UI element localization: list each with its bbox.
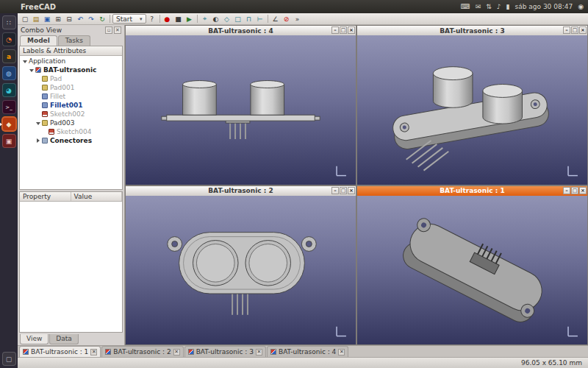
value-column-header[interactable]: Value [71, 192, 123, 201]
doc-tab-1[interactable]: BAT-ultrasonic : 1 ✕ [19, 346, 101, 357]
maximize-button[interactable]: □ [340, 26, 347, 34]
tree-item-pad[interactable]: Pad [20, 74, 122, 83]
clock[interactable]: sáb ago 30 08:47 [515, 3, 573, 10]
mdi-window-titlebar[interactable]: BAT-ultrasonic : 3 – □ × [357, 26, 587, 35]
expander-icon[interactable] [35, 138, 42, 144]
enclosure-model-iso[interactable] [398, 213, 551, 327]
viewport-top-enclosure[interactable] [126, 196, 356, 345]
maximize-button[interactable]: □ [571, 26, 578, 34]
doc-tab-3[interactable]: BAT-ultrasonic : 3 ✕ [184, 346, 266, 357]
tree-item-bat-ultrasonic[interactable]: BAT-ultrasonic [20, 66, 122, 74]
close-tab-icon[interactable]: ✕ [173, 349, 180, 355]
property-column-header[interactable]: Property [20, 192, 71, 201]
undo-icon[interactable]: ↶ [75, 14, 85, 24]
open-document-icon[interactable]: ▤ [31, 14, 41, 24]
tree-item-sketch002[interactable]: Sketch002 [20, 110, 122, 118]
dock-close-icon[interactable]: ✕ [114, 26, 121, 34]
close-tab-icon[interactable]: ✕ [256, 349, 262, 355]
tree-item-conectores[interactable]: Conectores [20, 136, 122, 145]
doc-tab-4[interactable]: BAT-ultrasonic : 4 ✕ [267, 346, 348, 357]
draw-style-icon[interactable]: ◐ [211, 14, 221, 24]
mdi-window-titlebar[interactable]: BAT-ultrasonic : 4 – □ × [126, 26, 356, 35]
macro-play-icon[interactable]: ▶ [184, 14, 195, 24]
close-button[interactable]: × [348, 26, 355, 34]
minimize-button[interactable]: – [331, 26, 339, 34]
tree-item-fillet001[interactable]: Fillet001 [20, 101, 122, 110]
keyboard-indicator-icon[interactable]: ⌨ [461, 3, 470, 10]
expander-icon[interactable] [22, 58, 29, 65]
tab-model[interactable]: Model [20, 35, 57, 46]
network-indicator-icon[interactable]: ⇅ [486, 3, 492, 10]
clip-plane-icon[interactable]: ⊘ [282, 14, 292, 24]
macro-record-icon[interactable]: ● [162, 14, 173, 24]
sensor-model-iso[interactable] [391, 67, 551, 171]
blue-app-icon[interactable]: ◍ [2, 66, 16, 80]
whats-this-icon[interactable]: ? [147, 14, 157, 24]
minimize-button[interactable]: – [563, 26, 570, 34]
viewport-canvas[interactable] [357, 196, 587, 345]
tab-data[interactable]: Data [49, 334, 79, 344]
refresh-icon[interactable]: ↻ [97, 14, 107, 24]
viewport-isometric-enclosure[interactable] [357, 196, 587, 345]
close-button[interactable]: × [579, 187, 587, 194]
viewport-front[interactable] [126, 35, 356, 185]
right-view-icon[interactable]: ⊢ [255, 14, 265, 24]
terminal-icon[interactable]: >_ [2, 100, 16, 114]
measure-icon[interactable]: ∠ [270, 14, 281, 24]
expander-icon[interactable] [29, 67, 35, 74]
save-icon[interactable]: ▣ [42, 14, 52, 24]
close-tab-icon[interactable]: ✕ [338, 349, 345, 355]
overflow-icon[interactable]: » [293, 14, 303, 24]
copy-icon[interactable]: ⊞ [53, 14, 63, 24]
paste-icon[interactable]: ⊟ [64, 14, 74, 24]
sound-indicator-icon[interactable]: ♪ [497, 3, 501, 10]
maximize-button[interactable]: □ [571, 187, 578, 194]
close-button[interactable]: × [579, 26, 587, 34]
firefox-icon[interactable]: ◔ [2, 32, 16, 46]
tab-view[interactable]: View [20, 334, 49, 344]
trash-icon[interactable]: ▢ [2, 352, 16, 366]
mdi-window-4[interactable]: BAT-ultrasonic : 4 – □ × [125, 25, 356, 185]
dock-float-icon[interactable]: ▫ [105, 26, 112, 34]
minimize-button[interactable]: – [563, 187, 570, 194]
tree-item-application[interactable]: Application [20, 57, 122, 66]
mdi-window-titlebar[interactable]: BAT-ultrasonic : 2 – □ × [126, 186, 356, 196]
mdi-window-1[interactable]: BAT-ultrasonic : 1 – □ × [356, 185, 588, 346]
tree-item-pad003[interactable]: Pad003 [20, 118, 122, 127]
close-button[interactable]: × [348, 187, 355, 194]
tree-item-sketch004[interactable]: Sketch004 [20, 127, 122, 136]
freecad-launcher-icon[interactable]: ◆ [2, 117, 16, 131]
expander-icon[interactable] [35, 120, 42, 127]
viewport-canvas[interactable] [357, 35, 587, 185]
tab-tasks[interactable]: Tasks [58, 35, 90, 46]
front-view-icon[interactable]: □ [233, 14, 243, 24]
battery-indicator-icon[interactable]: ▮ [506, 3, 510, 10]
mdi-window-2[interactable]: BAT-ultrasonic : 2 – □ × [125, 185, 356, 346]
macro-stop-icon[interactable]: ■ [173, 14, 184, 24]
enclosure-model-top[interactable] [168, 232, 317, 314]
axonometric-view-icon[interactable]: ◇ [222, 14, 232, 24]
mdi-window-3[interactable]: BAT-ultrasonic : 3 – □ × [356, 25, 588, 185]
mdi-window-titlebar[interactable]: BAT-ultrasonic : 1 – □ × [357, 186, 587, 196]
tree-item-pad001[interactable]: Pad001 [20, 83, 122, 92]
amazon-icon[interactable]: a [2, 49, 16, 63]
cyan-app-icon[interactable]: ◕ [2, 83, 16, 97]
maximize-button[interactable]: □ [340, 187, 347, 194]
tree-item-fillet[interactable]: Fillet [20, 92, 122, 101]
sensor-model-front[interactable] [162, 81, 320, 139]
viewport-canvas[interactable] [126, 196, 356, 345]
viewport-canvas[interactable] [126, 35, 356, 185]
doc-tab-2[interactable]: BAT-ultrasonic : 2 ✕ [101, 346, 183, 357]
redo-icon[interactable]: ↷ [86, 14, 96, 24]
editor-app-icon[interactable]: ▣ [2, 134, 16, 148]
close-tab-icon[interactable]: ✕ [90, 349, 97, 355]
dash-home-icon[interactable]: ∷ [2, 15, 16, 29]
workbench-selector[interactable]: Start ▾ [112, 14, 146, 24]
viewport-isometric-board[interactable] [357, 35, 587, 185]
mail-indicator-icon[interactable]: ✉ [476, 3, 481, 10]
top-view-icon[interactable]: ⊓ [244, 14, 254, 24]
minimize-button[interactable]: – [331, 187, 339, 194]
fit-all-icon[interactable]: ⌖ [200, 14, 210, 24]
session-menu-icon[interactable]: ◉ [578, 3, 584, 10]
new-document-icon[interactable]: ▢ [20, 14, 30, 24]
